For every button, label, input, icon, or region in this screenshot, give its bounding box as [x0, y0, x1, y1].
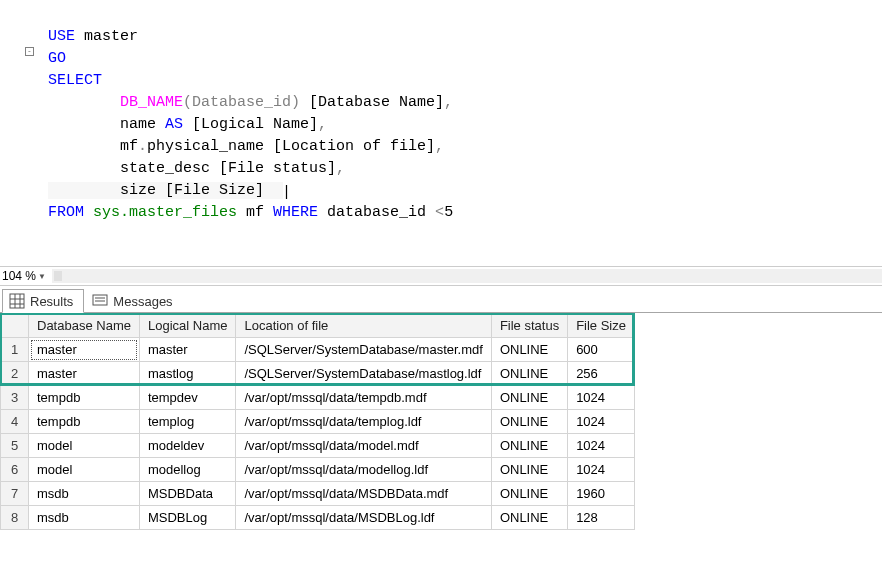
svg-rect-0: [10, 294, 24, 308]
grid-cell[interactable]: 600: [568, 338, 635, 362]
editor-gutter: -: [0, 0, 28, 266]
col-header[interactable]: Logical Name: [139, 314, 236, 338]
tab-messages[interactable]: Messages: [86, 290, 182, 312]
col-header[interactable]: Location of file: [236, 314, 491, 338]
sys-object: sys.master_files: [84, 204, 237, 221]
grid-cell[interactable]: ONLINE: [491, 506, 567, 530]
grid-cell[interactable]: /var/opt/mssql/data/modellog.ldf: [236, 458, 491, 482]
grid-cell[interactable]: ONLINE: [491, 338, 567, 362]
col-header[interactable]: Database Name: [29, 314, 140, 338]
grid-cell[interactable]: ONLINE: [491, 362, 567, 386]
grid-cell[interactable]: /var/opt/mssql/data/MSDBLog.ldf: [236, 506, 491, 530]
zoom-bar: 104 % ▼: [0, 266, 882, 286]
op-lt: <: [435, 204, 444, 221]
sql-editor[interactable]: - USE master GO SELECT DB_NAME(Database_…: [0, 0, 882, 266]
results-grid[interactable]: Database Name Logical Name Location of f…: [0, 313, 635, 530]
txt: state_desc [File status]: [120, 160, 336, 177]
grid-cell[interactable]: msdb: [29, 482, 140, 506]
row-number[interactable]: 8: [1, 506, 29, 530]
table-row[interactable]: 8msdbMSDBLog/var/opt/mssql/data/MSDBLog.…: [1, 506, 635, 530]
grid-cell[interactable]: master: [29, 362, 140, 386]
messages-icon: [92, 293, 108, 309]
grid-cell[interactable]: /var/opt/mssql/data/templog.ldf: [236, 410, 491, 434]
grid-header-row: Database Name Logical Name Location of f…: [1, 314, 635, 338]
table-row[interactable]: 4tempdbtemplog/var/opt/mssql/data/templo…: [1, 410, 635, 434]
svg-rect-5: [93, 295, 107, 305]
grid-cell[interactable]: 1024: [568, 386, 635, 410]
kw-select: SELECT: [48, 72, 102, 89]
row-number[interactable]: 3: [1, 386, 29, 410]
zoom-value: 104 %: [2, 269, 36, 283]
grid-cell[interactable]: mastlog: [139, 362, 236, 386]
row-number[interactable]: 5: [1, 434, 29, 458]
grid-cell[interactable]: 1960: [568, 482, 635, 506]
grid-icon: [9, 293, 25, 309]
num: 5: [444, 204, 453, 221]
grid-cell[interactable]: MSDBData: [139, 482, 236, 506]
chevron-down-icon: ▼: [38, 272, 46, 281]
table-row[interactable]: 2mastermastlog/SQLServer/SystemDatabase/…: [1, 362, 635, 386]
grid-cell[interactable]: modeldev: [139, 434, 236, 458]
txt: [Database Name]: [309, 94, 444, 111]
grid-cell[interactable]: 1024: [568, 458, 635, 482]
comma: ,: [318, 116, 327, 133]
table-row[interactable]: 6modelmodellog/var/opt/mssql/data/modell…: [1, 458, 635, 482]
txt: size: [120, 182, 156, 199]
fn-dbname: DB_NAME: [120, 94, 183, 111]
kw-from: FROM: [48, 204, 84, 221]
tab-label: Messages: [113, 294, 172, 309]
zoom-dropdown[interactable]: 104 % ▼: [2, 269, 46, 283]
col-header[interactable]: File status: [491, 314, 567, 338]
grid-cell[interactable]: 1024: [568, 434, 635, 458]
grid-cell[interactable]: tempdev: [139, 386, 236, 410]
fold-toggle-icon[interactable]: -: [25, 47, 34, 56]
grid-cell[interactable]: /SQLServer/SystemDatabase/mastlog.ldf: [236, 362, 491, 386]
tab-results[interactable]: Results: [2, 289, 84, 313]
grid-cell[interactable]: /var/opt/mssql/data/tempdb.mdf: [236, 386, 491, 410]
row-number[interactable]: 1: [1, 338, 29, 362]
grid-cell[interactable]: model: [29, 434, 140, 458]
table-row[interactable]: 3tempdbtempdev/var/opt/mssql/data/tempdb…: [1, 386, 635, 410]
txt: [Logical Name]: [183, 116, 318, 133]
comma: ,: [435, 138, 444, 155]
txt: mf: [237, 204, 273, 221]
grid-cell[interactable]: ONLINE: [491, 410, 567, 434]
grid-cell[interactable]: /SQLServer/SystemDatabase/master.mdf: [236, 338, 491, 362]
grid-corner[interactable]: [1, 314, 29, 338]
tab-label: Results: [30, 294, 73, 309]
grid-cell[interactable]: /var/opt/mssql/data/model.mdf: [236, 434, 491, 458]
grid-cell[interactable]: /var/opt/mssql/data/MSDBData.mdf: [236, 482, 491, 506]
grid-cell[interactable]: templog: [139, 410, 236, 434]
table-row[interactable]: 1mastermaster/SQLServer/SystemDatabase/m…: [1, 338, 635, 362]
code-block[interactable]: USE master GO SELECT DB_NAME(Database_id…: [32, 4, 882, 246]
row-number[interactable]: 2: [1, 362, 29, 386]
results-tabstrip: Results Messages: [0, 286, 882, 313]
txt: mf: [120, 138, 138, 155]
txt: name: [120, 116, 165, 133]
grid-cell[interactable]: modellog: [139, 458, 236, 482]
col-header[interactable]: File Size: [568, 314, 635, 338]
grid-cell[interactable]: ONLINE: [491, 482, 567, 506]
row-number[interactable]: 6: [1, 458, 29, 482]
txt: (Database_id): [183, 94, 309, 111]
row-number[interactable]: 4: [1, 410, 29, 434]
grid-cell[interactable]: tempdb: [29, 386, 140, 410]
grid-cell[interactable]: tempdb: [29, 410, 140, 434]
grid-cell[interactable]: 1024: [568, 410, 635, 434]
grid-cell[interactable]: MSDBLog: [139, 506, 236, 530]
grid-cell[interactable]: master: [29, 338, 140, 362]
grid-cell[interactable]: 256: [568, 362, 635, 386]
txt: database_id: [318, 204, 435, 221]
grid-cell[interactable]: msdb: [29, 506, 140, 530]
grid-cell[interactable]: 128: [568, 506, 635, 530]
grid-cell[interactable]: ONLINE: [491, 434, 567, 458]
table-row[interactable]: 7msdbMSDBData/var/opt/mssql/data/MSDBDat…: [1, 482, 635, 506]
grid-cell[interactable]: ONLINE: [491, 458, 567, 482]
grid-cell[interactable]: ONLINE: [491, 386, 567, 410]
comma: ,: [336, 160, 345, 177]
horizontal-scrollbar[interactable]: [52, 269, 882, 283]
row-number[interactable]: 7: [1, 482, 29, 506]
grid-cell[interactable]: model: [29, 458, 140, 482]
grid-cell[interactable]: master: [139, 338, 236, 362]
table-row[interactable]: 5modelmodeldev/var/opt/mssql/data/model.…: [1, 434, 635, 458]
